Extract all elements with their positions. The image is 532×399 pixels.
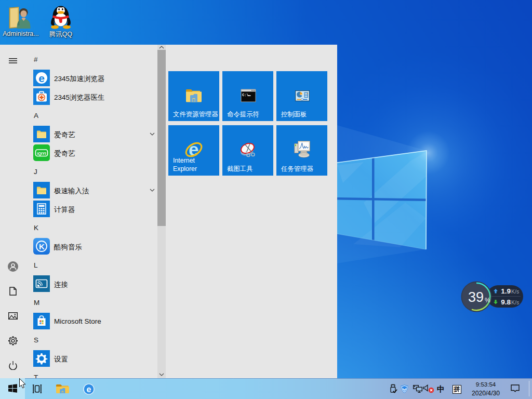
- svg-text:1.9: 1.9: [501, 287, 511, 295]
- svg-text:%: %: [485, 297, 490, 304]
- svg-text:C:\: C:\: [242, 93, 249, 97]
- svg-text:K/s: K/s: [511, 299, 519, 305]
- svg-text:iQIYI: iQIYI: [37, 151, 46, 156]
- svg-text:9.8: 9.8: [501, 298, 511, 306]
- svg-text:39: 39: [468, 289, 484, 305]
- svg-text:e: e: [87, 385, 91, 394]
- svg-text:e: e: [38, 72, 45, 84]
- svg-text:K: K: [39, 242, 45, 251]
- svg-text:K/s: K/s: [511, 288, 519, 295]
